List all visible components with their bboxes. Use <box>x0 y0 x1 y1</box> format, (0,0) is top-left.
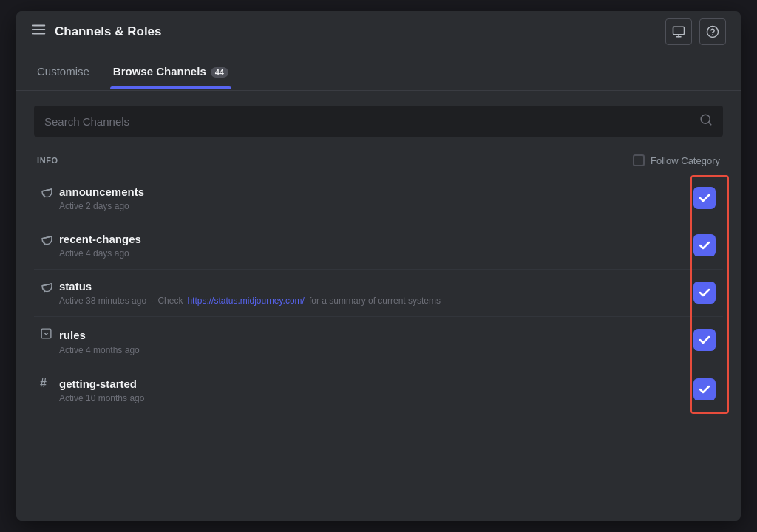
follow-category-checkbox[interactable] <box>633 154 645 166</box>
channel-left: # getting-started Active 10 months ago <box>40 377 682 403</box>
channel-item-rules: rules Active 4 months ago <box>34 317 723 366</box>
channel-left: recent-changes Active 4 days ago <box>40 233 682 259</box>
channel-item-getting-started: # getting-started Active 10 months ago <box>34 366 723 414</box>
channel-name-row: announcements <box>40 185 682 198</box>
channel-item-announcements: announcements Active 2 days ago <box>34 175 723 222</box>
channel-list-container: announcements Active 2 days ago <box>34 175 723 414</box>
channel-meta: Active 4 months ago <box>40 345 682 355</box>
channel-item-recent-changes: recent-changes Active 4 days ago <box>34 222 723 270</box>
channel-name-row: # getting-started <box>40 377 682 390</box>
svg-rect-3 <box>673 27 685 35</box>
channel-name: getting-started <box>59 378 137 390</box>
tab-customise[interactable]: Customise <box>34 55 92 88</box>
follow-category-label: Follow Category <box>651 155 720 166</box>
channel-left: rules Active 4 months ago <box>40 327 682 355</box>
follow-category[interactable]: Follow Category <box>633 154 720 166</box>
rules-icon <box>40 327 53 342</box>
category-header: INFO Follow Category <box>34 154 723 166</box>
channel-name: rules <box>59 329 86 341</box>
channel-meta: Active 10 months ago <box>40 393 682 403</box>
status-link[interactable]: https://status.midjourney.com/ <box>187 296 305 306</box>
svg-line-9 <box>708 122 710 124</box>
channel-list: announcements Active 2 days ago <box>34 175 723 414</box>
channel-name: announcements <box>59 185 144 198</box>
channel-meta: Active 4 days ago <box>40 248 682 259</box>
search-icon[interactable] <box>699 113 713 129</box>
megaphone-icon <box>40 185 53 198</box>
help-button[interactable] <box>699 18 726 45</box>
channel-meta-status: Active 38 minutes ago · Check https://st… <box>40 296 682 306</box>
channel-checkbox-recent-changes[interactable] <box>693 234 716 256</box>
megaphone-icon <box>40 280 53 293</box>
channel-checkbox-status[interactable] <box>693 282 716 304</box>
header-actions <box>665 18 726 45</box>
channel-checkbox-announcements[interactable] <box>693 187 716 209</box>
hash-icon: # <box>40 377 53 390</box>
channels-roles-icon <box>31 21 47 41</box>
body: INFO Follow Category <box>16 91 741 521</box>
channel-checkbox-rules[interactable] <box>693 329 716 351</box>
channel-name-row: rules <box>40 327 682 342</box>
search-bar <box>34 106 723 137</box>
svg-point-1 <box>32 29 33 30</box>
channel-name-row: recent-changes <box>40 233 682 245</box>
megaphone-icon <box>40 233 53 245</box>
header: Channels & Roles <box>16 11 741 52</box>
svg-point-2 <box>32 33 33 35</box>
svg-rect-13 <box>41 329 51 338</box>
main-window: Channels & Roles Customise <box>16 11 741 521</box>
meta-dot: · <box>151 296 153 306</box>
channel-left: announcements Active 2 days ago <box>40 185 682 211</box>
channel-name: recent-changes <box>59 233 141 245</box>
monitor-button[interactable] <box>665 18 692 45</box>
tab-browse-channels[interactable]: Browse Channels44 <box>110 55 231 88</box>
channel-name: status <box>59 280 92 293</box>
browse-channels-badge: 44 <box>211 67 228 78</box>
channel-checkbox-getting-started[interactable] <box>693 378 716 400</box>
monitor-icon <box>672 25 685 38</box>
tabs-bar: Customise Browse Channels44 <box>16 52 741 91</box>
header-title: Channels & Roles <box>55 24 162 39</box>
svg-point-0 <box>32 25 33 27</box>
channel-name-row: status <box>40 280 682 293</box>
header-left: Channels & Roles <box>31 21 162 41</box>
channel-left: status Active 38 minutes ago · Check htt… <box>40 280 682 306</box>
channel-meta: Active 2 days ago <box>40 201 682 211</box>
category-label: INFO <box>37 156 58 165</box>
search-input[interactable] <box>44 115 692 128</box>
help-icon <box>706 25 719 38</box>
channel-item-status: status Active 38 minutes ago · Check htt… <box>34 270 723 317</box>
